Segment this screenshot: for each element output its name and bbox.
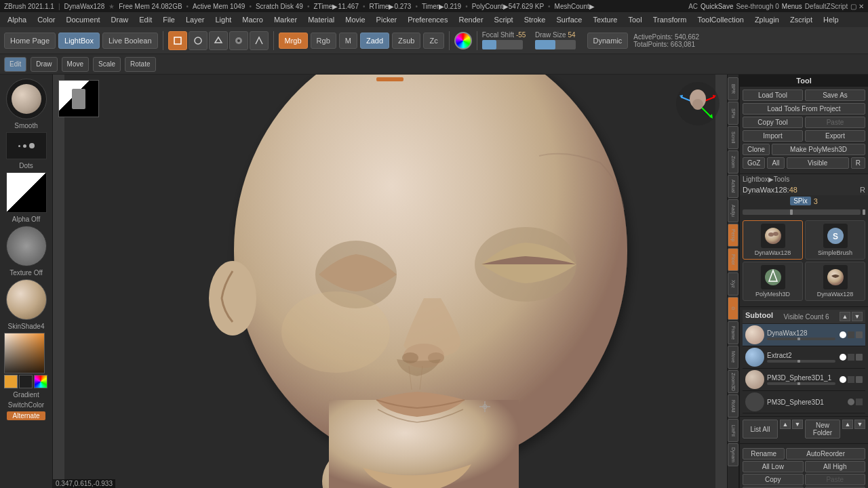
menu-texture[interactable]: Texture (588, 14, 622, 25)
menu-edit[interactable]: Edit (134, 14, 157, 25)
fg-color-swatch[interactable] (4, 375, 18, 388)
export-btn[interactable]: Export (805, 130, 865, 142)
zadd-button[interactable]: Zadd (360, 33, 389, 49)
xyz-btn[interactable]: Xyz (728, 272, 738, 296)
floor-btn[interactable]: Floor (728, 248, 738, 271)
bpr-btn[interactable]: BPR (728, 77, 738, 100)
subtool-lock-2[interactable] (848, 354, 854, 361)
persp-btn[interactable]: Persp (728, 224, 738, 247)
folder-up-arrow[interactable]: ▲ (842, 420, 853, 429)
menu-script[interactable]: Script (490, 14, 518, 25)
draw-square-btn[interactable] (168, 31, 187, 50)
tool-dynawax-2[interactable]: DynaWax128 (805, 262, 865, 301)
draw-circle-btn[interactable] (189, 31, 208, 50)
canvas-thumbnail[interactable] (58, 80, 99, 117)
menu-zscript[interactable]: Zscript (785, 14, 817, 25)
spix-strip-btn[interactable]: SPix (728, 102, 738, 125)
draw-star-btn[interactable] (229, 31, 248, 50)
quicksave[interactable]: QuickSave (701, 3, 733, 10)
menu-file[interactable]: File (158, 14, 180, 25)
menu-marker[interactable]: Marker (269, 14, 302, 25)
scale-btn[interactable]: Scale (93, 57, 121, 72)
subtool-sel-3[interactable] (856, 376, 863, 383)
tool-simplebrush[interactable]: S SimpleBrush (805, 220, 865, 260)
menu-picker[interactable]: Picker (372, 14, 402, 25)
menus-btn[interactable]: Menus (782, 3, 802, 10)
alpha-preview[interactable] (6, 172, 47, 213)
transp-btn[interactable]: ⊙ (728, 297, 738, 320)
all-low-btn[interactable]: All Low (743, 461, 804, 472)
menu-render[interactable]: Render (454, 14, 488, 25)
all-high-btn[interactable]: All High (805, 461, 866, 472)
dynawax-slider[interactable] (743, 209, 865, 215)
menu-macro[interactable]: Macro (237, 14, 268, 25)
mrgb-button[interactable]: Mrgb (279, 33, 308, 49)
all-btn[interactable]: All (767, 157, 784, 169)
dots-preview[interactable] (6, 132, 47, 159)
menu-alpha[interactable]: Alpha (3, 14, 31, 25)
tool-polymesh[interactable]: PolyMesh3D (743, 262, 803, 301)
subtool-eye-1[interactable] (840, 331, 846, 338)
menu-layer[interactable]: Layer (181, 14, 210, 25)
subtool-eye-4[interactable] (848, 399, 854, 405)
zoom3d-btn[interactable]: Zoom3D (728, 370, 738, 393)
folder-down-arrow[interactable]: ▼ (854, 420, 865, 429)
list-up-arrow[interactable]: ▲ (780, 420, 791, 429)
live-boolean-button[interactable]: Live Boolean (102, 33, 158, 49)
menu-stroke[interactable]: Stroke (519, 14, 551, 25)
subtool-down-arrow[interactable]: ▼ (852, 312, 863, 321)
color-wheel-btn[interactable] (454, 32, 472, 49)
draw-mode-btn[interactable] (250, 31, 269, 50)
window-controls[interactable]: ▢ ✕ (850, 3, 864, 10)
tool-dynawax-1[interactable]: DynaWax128 (743, 220, 803, 260)
list-all-btn[interactable]: List All (743, 420, 778, 439)
edit-btn[interactable]: Edit (4, 57, 26, 72)
rename-btn[interactable]: Rename (743, 448, 785, 460)
import-btn[interactable]: Import (743, 130, 803, 142)
copy-tool-btn[interactable]: Copy Tool (743, 117, 803, 128)
menu-document[interactable]: Document (61, 14, 104, 25)
load-tools-project-btn[interactable]: Load Tools From Project (743, 103, 865, 115)
goz-btn[interactable]: GoZ (743, 157, 765, 169)
load-tool-btn[interactable]: Load Tool (743, 89, 803, 101)
aadju-btn[interactable]: Aadju (728, 199, 738, 222)
subtool-up-arrow[interactable]: ▲ (840, 312, 850, 321)
zsub-button[interactable]: Zsub (392, 33, 420, 49)
menu-toolcollection[interactable]: ToolCollection (692, 14, 748, 25)
subtool-item-extract2[interactable]: Extract2 (743, 346, 865, 369)
subtool-eye-3[interactable] (840, 376, 846, 383)
draw-poly-btn[interactable] (209, 31, 228, 50)
list-down-arrow[interactable]: ▼ (792, 420, 803, 429)
paste2-btn[interactable]: Paste (805, 474, 866, 485)
brush-preview[interactable] (6, 79, 47, 119)
rotall-btn[interactable]: RotAll (728, 394, 738, 418)
subtool-eye-2[interactable] (840, 354, 846, 361)
actual-btn[interactable]: Actual (728, 175, 738, 198)
lightbox-tools-row[interactable]: Lightbox▶Tools (740, 174, 868, 184)
paste-btn[interactable]: Paste (805, 117, 865, 128)
subtool-item-pm3d-1[interactable]: PM3D_Sphere3D1_1 (743, 369, 865, 391)
color-wheel-swatch[interactable] (34, 375, 47, 388)
rotate-btn[interactable]: Rotate (125, 57, 155, 72)
dynamic-button[interactable]: Dynamic (587, 33, 629, 49)
orientation-gizmo[interactable] (674, 80, 722, 127)
subtool-lock-1[interactable] (848, 331, 854, 338)
menu-draw[interactable]: Draw (106, 14, 134, 25)
color-picker[interactable] (4, 333, 45, 373)
menu-light[interactable]: Light (210, 14, 236, 25)
subtool-sel-2[interactable] (856, 354, 863, 361)
bg-color-swatch[interactable] (19, 375, 33, 388)
copy-btn[interactable]: Copy (743, 474, 804, 485)
frame-btn[interactable]: Frame (728, 321, 738, 344)
zoom-btn[interactable]: Zoom (728, 150, 738, 174)
menu-color[interactable]: Color (33, 14, 60, 25)
canvas-area[interactable]: 0.347,0.615,-0.933 (53, 75, 727, 488)
dynam-btn[interactable]: Dynam (728, 443, 738, 466)
save-as-btn[interactable]: Save As (805, 89, 865, 101)
dynawax-r[interactable]: R (860, 186, 865, 194)
subtool-item-pm3d-2[interactable]: PM3D_Sphere3D1 (743, 391, 865, 413)
draw-btn[interactable]: Draw (31, 57, 57, 72)
m-button[interactable]: M (339, 33, 357, 49)
menu-preferences[interactable]: Preferences (403, 14, 452, 25)
subtool-sel-1[interactable] (856, 331, 863, 338)
